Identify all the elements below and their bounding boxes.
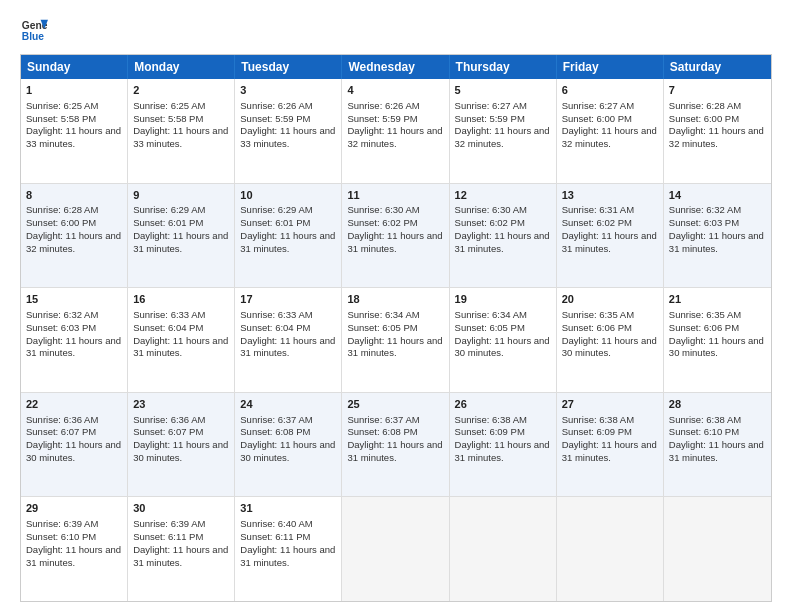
sunrise-text: Sunrise: 6:29 AM — [240, 204, 312, 215]
day-number: 12 — [455, 188, 551, 203]
sunset-text: Sunset: 5:58 PM — [26, 113, 96, 124]
sunset-text: Sunset: 5:58 PM — [133, 113, 203, 124]
day-number: 22 — [26, 397, 122, 412]
sunrise-text: Sunrise: 6:37 AM — [240, 414, 312, 425]
calendar-cell — [342, 497, 449, 601]
sunrise-text: Sunrise: 6:38 AM — [455, 414, 527, 425]
calendar-cell: 26Sunrise: 6:38 AMSunset: 6:09 PMDayligh… — [450, 393, 557, 497]
day-number: 24 — [240, 397, 336, 412]
daylight-text: Daylight: 11 hours and 31 minutes. — [26, 335, 121, 359]
day-number: 9 — [133, 188, 229, 203]
day-number: 19 — [455, 292, 551, 307]
day-number: 21 — [669, 292, 766, 307]
daylight-text: Daylight: 11 hours and 32 minutes. — [26, 230, 121, 254]
calendar-cell: 21Sunrise: 6:35 AMSunset: 6:06 PMDayligh… — [664, 288, 771, 392]
sunrise-text: Sunrise: 6:29 AM — [133, 204, 205, 215]
calendar-cell: 29Sunrise: 6:39 AMSunset: 6:10 PMDayligh… — [21, 497, 128, 601]
calendar-cell: 14Sunrise: 6:32 AMSunset: 6:03 PMDayligh… — [664, 184, 771, 288]
daylight-text: Daylight: 11 hours and 30 minutes. — [455, 335, 550, 359]
sunrise-text: Sunrise: 6:32 AM — [26, 309, 98, 320]
calendar-header: SundayMondayTuesdayWednesdayThursdayFrid… — [21, 55, 771, 79]
calendar-cell: 7Sunrise: 6:28 AMSunset: 6:00 PMDaylight… — [664, 79, 771, 183]
calendar-cell: 31Sunrise: 6:40 AMSunset: 6:11 PMDayligh… — [235, 497, 342, 601]
daylight-text: Daylight: 11 hours and 33 minutes. — [240, 125, 335, 149]
sunset-text: Sunset: 6:00 PM — [669, 113, 739, 124]
daylight-text: Daylight: 11 hours and 31 minutes. — [240, 335, 335, 359]
svg-text:Blue: Blue — [22, 31, 45, 42]
sunrise-text: Sunrise: 6:40 AM — [240, 518, 312, 529]
sunset-text: Sunset: 6:01 PM — [240, 217, 310, 228]
calendar-row: 8Sunrise: 6:28 AMSunset: 6:00 PMDaylight… — [21, 184, 771, 289]
calendar-cell: 28Sunrise: 6:38 AMSunset: 6:10 PMDayligh… — [664, 393, 771, 497]
sunset-text: Sunset: 6:09 PM — [455, 426, 525, 437]
sunset-text: Sunset: 6:04 PM — [133, 322, 203, 333]
calendar-cell: 30Sunrise: 6:39 AMSunset: 6:11 PMDayligh… — [128, 497, 235, 601]
calendar-cell: 9Sunrise: 6:29 AMSunset: 6:01 PMDaylight… — [128, 184, 235, 288]
sunset-text: Sunset: 6:08 PM — [347, 426, 417, 437]
calendar-cell: 6Sunrise: 6:27 AMSunset: 6:00 PMDaylight… — [557, 79, 664, 183]
calendar-cell: 25Sunrise: 6:37 AMSunset: 6:08 PMDayligh… — [342, 393, 449, 497]
sunset-text: Sunset: 5:59 PM — [455, 113, 525, 124]
day-number: 15 — [26, 292, 122, 307]
calendar-header-cell: Wednesday — [342, 55, 449, 79]
day-number: 23 — [133, 397, 229, 412]
day-number: 6 — [562, 83, 658, 98]
sunset-text: Sunset: 6:02 PM — [347, 217, 417, 228]
sunset-text: Sunset: 6:05 PM — [347, 322, 417, 333]
daylight-text: Daylight: 11 hours and 31 minutes. — [133, 335, 228, 359]
calendar-cell: 20Sunrise: 6:35 AMSunset: 6:06 PMDayligh… — [557, 288, 664, 392]
sunset-text: Sunset: 5:59 PM — [347, 113, 417, 124]
sunset-text: Sunset: 6:00 PM — [562, 113, 632, 124]
calendar-cell: 17Sunrise: 6:33 AMSunset: 6:04 PMDayligh… — [235, 288, 342, 392]
daylight-text: Daylight: 11 hours and 31 minutes. — [562, 230, 657, 254]
sunrise-text: Sunrise: 6:36 AM — [26, 414, 98, 425]
daylight-text: Daylight: 11 hours and 31 minutes. — [669, 439, 764, 463]
sunrise-text: Sunrise: 6:25 AM — [26, 100, 98, 111]
calendar-row: 29Sunrise: 6:39 AMSunset: 6:10 PMDayligh… — [21, 497, 771, 601]
calendar-cell: 1Sunrise: 6:25 AMSunset: 5:58 PMDaylight… — [21, 79, 128, 183]
sunrise-text: Sunrise: 6:30 AM — [347, 204, 419, 215]
calendar-cell: 11Sunrise: 6:30 AMSunset: 6:02 PMDayligh… — [342, 184, 449, 288]
header: General Blue — [20, 16, 772, 44]
calendar-header-cell: Sunday — [21, 55, 128, 79]
daylight-text: Daylight: 11 hours and 31 minutes. — [240, 544, 335, 568]
sunrise-text: Sunrise: 6:27 AM — [562, 100, 634, 111]
day-number: 26 — [455, 397, 551, 412]
sunrise-text: Sunrise: 6:26 AM — [240, 100, 312, 111]
sunset-text: Sunset: 6:05 PM — [455, 322, 525, 333]
sunset-text: Sunset: 6:07 PM — [26, 426, 96, 437]
sunset-text: Sunset: 6:10 PM — [669, 426, 739, 437]
sunset-text: Sunset: 6:02 PM — [562, 217, 632, 228]
calendar-body: 1Sunrise: 6:25 AMSunset: 5:58 PMDaylight… — [21, 79, 771, 601]
daylight-text: Daylight: 11 hours and 31 minutes. — [347, 230, 442, 254]
day-number: 7 — [669, 83, 766, 98]
day-number: 5 — [455, 83, 551, 98]
daylight-text: Daylight: 11 hours and 31 minutes. — [133, 230, 228, 254]
daylight-text: Daylight: 11 hours and 30 minutes. — [133, 439, 228, 463]
daylight-text: Daylight: 11 hours and 30 minutes. — [669, 335, 764, 359]
calendar-cell: 22Sunrise: 6:36 AMSunset: 6:07 PMDayligh… — [21, 393, 128, 497]
sunrise-text: Sunrise: 6:35 AM — [669, 309, 741, 320]
sunrise-text: Sunrise: 6:30 AM — [455, 204, 527, 215]
day-number: 8 — [26, 188, 122, 203]
sunrise-text: Sunrise: 6:36 AM — [133, 414, 205, 425]
day-number: 14 — [669, 188, 766, 203]
calendar-header-cell: Tuesday — [235, 55, 342, 79]
calendar-cell: 8Sunrise: 6:28 AMSunset: 6:00 PMDaylight… — [21, 184, 128, 288]
sunset-text: Sunset: 6:09 PM — [562, 426, 632, 437]
day-number: 2 — [133, 83, 229, 98]
daylight-text: Daylight: 11 hours and 31 minutes. — [347, 439, 442, 463]
daylight-text: Daylight: 11 hours and 31 minutes. — [133, 544, 228, 568]
sunrise-text: Sunrise: 6:33 AM — [133, 309, 205, 320]
day-number: 1 — [26, 83, 122, 98]
sunset-text: Sunset: 6:11 PM — [240, 531, 310, 542]
daylight-text: Daylight: 11 hours and 32 minutes. — [347, 125, 442, 149]
daylight-text: Daylight: 11 hours and 30 minutes. — [562, 335, 657, 359]
daylight-text: Daylight: 11 hours and 33 minutes. — [133, 125, 228, 149]
calendar-cell: 4Sunrise: 6:26 AMSunset: 5:59 PMDaylight… — [342, 79, 449, 183]
sunrise-text: Sunrise: 6:32 AM — [669, 204, 741, 215]
daylight-text: Daylight: 11 hours and 31 minutes. — [240, 230, 335, 254]
day-number: 29 — [26, 501, 122, 516]
day-number: 4 — [347, 83, 443, 98]
calendar-header-cell: Friday — [557, 55, 664, 79]
